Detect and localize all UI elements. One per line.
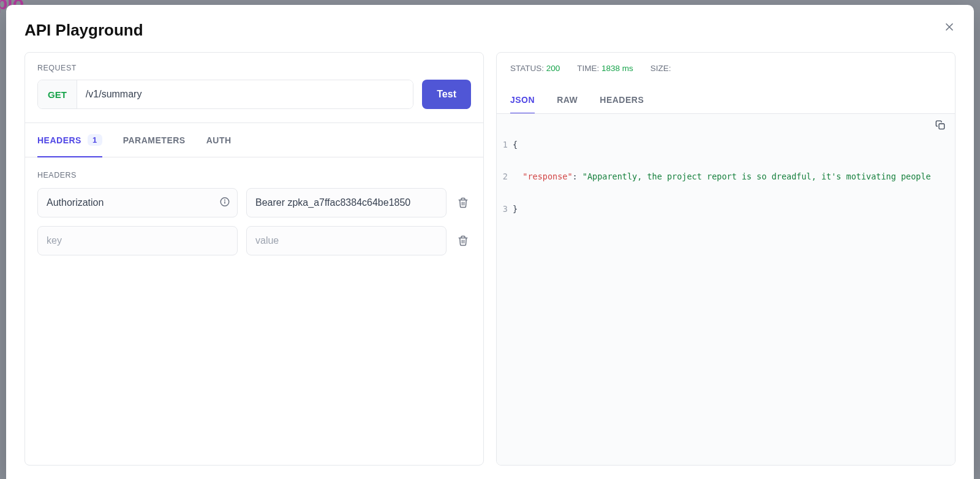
test-button[interactable]: Test <box>422 80 471 109</box>
response-tab-headers[interactable]: HEADERS <box>600 86 644 113</box>
header-row-empty <box>37 226 471 255</box>
tab-parameters[interactable]: PARAMETERS <box>123 123 186 157</box>
size-label: SIZE: <box>650 64 671 73</box>
header-value-input-empty[interactable] <box>246 226 447 255</box>
time-block: TIME: 1838 ms <box>577 64 633 73</box>
delete-header-button[interactable] <box>455 197 471 208</box>
response-json[interactable]: 1{ 2 "response": "Apparently, the projec… <box>497 114 955 240</box>
tab-headers-label: HEADERS <box>37 135 81 145</box>
http-method[interactable]: GET <box>38 80 77 108</box>
info-icon[interactable] <box>219 197 230 209</box>
size-block: SIZE: <box>650 64 671 73</box>
header-key-input-empty[interactable] <box>37 226 238 255</box>
status-label: STATUS: <box>510 64 544 73</box>
svg-point-2 <box>225 200 225 200</box>
status-value: 200 <box>546 64 560 73</box>
tab-auth[interactable]: AUTH <box>206 123 232 157</box>
delete-header-button[interactable] <box>455 235 471 246</box>
header-key-input[interactable] <box>37 188 238 217</box>
svg-rect-7 <box>939 124 944 129</box>
header-row <box>37 188 471 217</box>
url-input[interactable] <box>77 80 413 108</box>
response-tab-json[interactable]: JSON <box>510 86 535 113</box>
time-value: 1838 ms <box>601 64 633 73</box>
header-value-input[interactable] <box>246 188 447 217</box>
status-block: STATUS: 200 <box>510 64 560 73</box>
response-tab-raw[interactable]: RAW <box>557 86 578 113</box>
headers-section-label: HEADERS <box>37 171 471 179</box>
request-label: REQUEST <box>37 64 471 72</box>
tab-headers[interactable]: HEADERS 1 <box>37 123 102 157</box>
request-pane: REQUEST GET Test HEADERS 1 PARAMETERS <box>24 52 484 466</box>
headers-count-badge: 1 <box>88 134 102 146</box>
api-playground-modal: API Playground REQUEST GET Test <box>6 5 974 479</box>
close-icon[interactable] <box>943 21 956 35</box>
copy-icon[interactable] <box>935 120 945 132</box>
time-label: TIME: <box>577 64 599 73</box>
response-pane: STATUS: 200 TIME: 1838 ms SIZE: JSON RAW <box>496 52 956 466</box>
modal-title: API Playground <box>24 21 143 40</box>
